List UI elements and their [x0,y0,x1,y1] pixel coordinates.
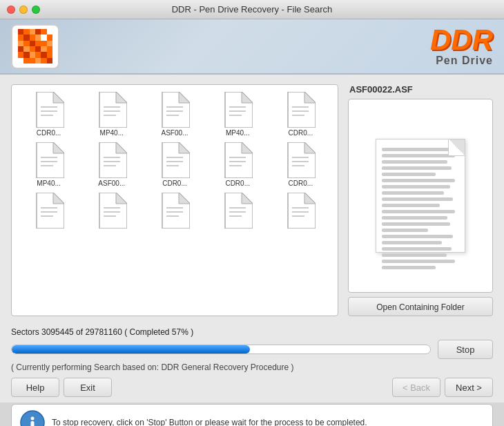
svg-point-46 [31,417,35,420]
file-icon [34,92,64,128]
file-label: CDR0... [225,180,250,187]
file-icon [222,92,253,128]
maximize-button[interactable] [32,6,40,14]
header: (function(){ const colors = ['#cc3300','… [0,19,504,75]
window-title: DDR - Pen Drive Recovery - File Search [172,4,333,14]
file-icon [159,92,190,128]
file-icon [285,193,316,229]
close-button[interactable] [7,6,15,14]
bottom-buttons: Help Exit < Back Next > [0,375,504,403]
search-status: ( Currently performing Search based on: … [0,359,504,375]
svg-rect-47 [31,421,35,426]
file-icon [97,142,127,178]
back-button[interactable]: < Back [392,378,440,397]
preview-panel: ASF00022.ASF [348,84,493,316]
file-item[interactable]: ASF00... [144,92,204,137]
main-content: CDR0... MP40... ASF00... MP40... CDR0...… [0,75,504,323]
file-item[interactable]: MP40... [19,142,79,187]
file-item[interactable] [271,193,331,230]
file-item[interactable] [144,193,204,230]
file-item[interactable]: CDR0... [208,142,268,187]
progress-bar-container [11,345,431,354]
exit-button[interactable]: Exit [64,378,112,397]
file-item[interactable]: CDR0... [271,142,331,187]
progress-bar-row: Stop [11,340,493,359]
file-label: ASF00... [162,129,188,137]
file-item[interactable] [19,193,79,230]
file-item[interactable] [81,193,142,230]
progress-area: Sectors 3095445 of 29781160 ( Completed … [0,323,504,359]
logo-box: (function(){ const colors = ['#cc3300','… [11,24,59,69]
open-folder-button[interactable]: Open Containing Folder [348,297,493,316]
file-item[interactable]: CDR0... [19,92,79,137]
file-label: CDR0... [37,129,61,137]
brand: DDR Pen Drive [430,26,493,67]
file-item[interactable]: MP40... [208,92,268,137]
file-icon [159,142,190,178]
progress-bar-fill [12,345,250,354]
window-controls[interactable] [7,6,40,14]
file-label: CDR0... [162,180,187,187]
file-label: CDR0... [289,180,313,187]
brand-ddr: DDR [430,26,493,55]
next-button[interactable]: Next > [445,378,493,397]
file-icon [285,92,316,128]
file-icon [97,193,127,229]
file-item[interactable]: ASF00... [81,142,142,187]
file-icon [34,193,64,229]
file-icon [97,92,127,128]
file-icon [159,193,190,229]
title-bar: DDR - Pen Drive Recovery - File Search [0,0,504,19]
info-text: To stop recovery, click on 'Stop' Button… [52,418,367,426]
file-label: MP40... [37,180,60,187]
info-icon [20,410,45,426]
logo-checker: (function(){ const colors = ['#cc3300','… [18,29,52,64]
doc-corner [448,139,465,156]
help-button[interactable]: Help [11,378,59,397]
preview-filename: ASF00022.ASF [348,84,493,95]
file-item[interactable]: CDR0... [144,142,204,187]
file-icon [222,142,253,178]
file-item[interactable]: MP40... [81,92,142,137]
brand-sub: Pen Drive [430,55,493,67]
stop-button[interactable]: Stop [438,340,493,359]
minimize-button[interactable] [19,6,28,14]
file-label: MP40... [226,129,249,137]
file-label: MP40... [100,129,124,137]
file-grid: CDR0... MP40... ASF00... MP40... CDR0...… [19,92,331,230]
file-label: CDR0... [289,129,313,137]
file-icon [222,193,253,229]
file-grid-panel: CDR0... MP40... ASF00... MP40... CDR0...… [11,84,338,316]
file-icon [34,142,64,178]
file-item[interactable] [208,193,268,230]
info-box: To stop recovery, click on 'Stop' Button… [11,404,493,426]
file-icon [285,142,316,178]
preview-document [376,139,465,253]
file-item[interactable]: CDR0... [271,92,331,137]
file-label: ASF00... [98,180,125,187]
progress-label: Sectors 3095445 of 29781160 ( Completed … [11,327,493,337]
preview-box [348,99,493,293]
doc-lines [376,142,465,269]
